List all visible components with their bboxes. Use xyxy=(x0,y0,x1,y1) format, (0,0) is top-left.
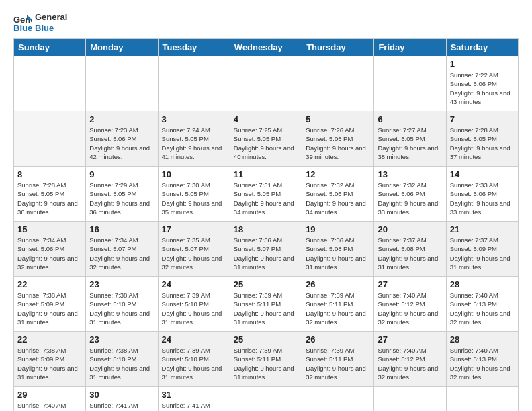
logo-icon: General Blue xyxy=(13,13,32,32)
day-info: Sunrise: 7:24 AMSunset: 5:05 PMDaylight:… xyxy=(162,126,222,161)
day-number: 27 xyxy=(378,279,442,289)
calendar-day-1: 1Sunrise: 7:22 AMSunset: 5:06 PMDaylight… xyxy=(446,56,518,111)
empty-cell xyxy=(446,387,518,411)
day-number: 6 xyxy=(378,114,442,124)
day-number: 21 xyxy=(450,224,515,234)
day-number: 25 xyxy=(234,279,298,289)
calendar-day-26: 26Sunrise: 7:39 AMSunset: 5:11 PMDayligh… xyxy=(302,277,374,332)
day-number: 19 xyxy=(306,224,370,234)
calendar-day-29: 29Sunrise: 7:40 AMSunset: 5:13 PMDayligh… xyxy=(14,387,86,411)
weekday-header-monday: Monday xyxy=(86,39,158,56)
day-info: Sunrise: 7:41 AMSunset: 5:14 PMDaylight:… xyxy=(89,402,150,411)
day-number: 23 xyxy=(89,334,154,345)
calendar-day-31: 31Sunrise: 7:41 AMSunset: 5:15 PMDayligh… xyxy=(158,387,230,411)
day-number: 20 xyxy=(378,224,442,234)
day-number: 31 xyxy=(162,390,226,400)
day-info: Sunrise: 7:30 AMSunset: 5:05 PMDaylight:… xyxy=(162,181,222,216)
weekday-header-thursday: Thursday xyxy=(302,39,374,56)
day-number: 1 xyxy=(450,59,515,69)
calendar-day-15: 15Sunrise: 7:34 AMSunset: 5:06 PMDayligh… xyxy=(14,222,86,277)
header: General Blue General Blue xyxy=(13,12,519,33)
calendar-day-14: 14Sunrise: 7:33 AMSunset: 5:06 PMDayligh… xyxy=(446,167,518,222)
day-info: Sunrise: 7:37 AMSunset: 5:08 PMDaylight:… xyxy=(378,236,438,271)
calendar-day-30: 30Sunrise: 7:41 AMSunset: 5:14 PMDayligh… xyxy=(86,387,158,411)
logo-text-general: General xyxy=(35,12,67,23)
calendar-day-28: 28Sunrise: 7:40 AMSunset: 5:13 PMDayligh… xyxy=(446,277,518,332)
calendar-day-23: 23Sunrise: 7:38 AMSunset: 5:10 PMDayligh… xyxy=(86,332,158,387)
calendar-day-24: 24Sunrise: 7:39 AMSunset: 5:10 PMDayligh… xyxy=(158,277,230,332)
empty-cell xyxy=(374,56,446,111)
day-info: Sunrise: 7:38 AMSunset: 5:09 PMDaylight:… xyxy=(17,291,78,326)
day-info: Sunrise: 7:32 AMSunset: 5:06 PMDaylight:… xyxy=(378,181,438,216)
day-info: Sunrise: 7:28 AMSunset: 5:05 PMDaylight:… xyxy=(450,126,511,161)
day-number: 14 xyxy=(450,169,515,179)
day-number: 4 xyxy=(234,114,298,124)
day-number: 15 xyxy=(17,224,82,234)
empty-cell xyxy=(86,56,158,111)
calendar-day-9: 9Sunrise: 7:29 AMSunset: 5:05 PMDaylight… xyxy=(86,167,158,222)
day-number: 10 xyxy=(162,169,226,179)
calendar-day-6: 6Sunrise: 7:27 AMSunset: 5:05 PMDaylight… xyxy=(374,111,446,167)
calendar-week-3: 15Sunrise: 7:34 AMSunset: 5:06 PMDayligh… xyxy=(14,222,519,277)
day-number: 17 xyxy=(162,224,226,234)
logo-text-blue: Blue xyxy=(35,23,67,34)
calendar-day-16: 16Sunrise: 7:34 AMSunset: 5:07 PMDayligh… xyxy=(86,222,158,277)
day-number: 22 xyxy=(17,279,82,289)
calendar-page: General Blue General Blue SundayMondayTu… xyxy=(0,0,532,411)
calendar-day-25: 25Sunrise: 7:39 AMSunset: 5:11 PMDayligh… xyxy=(230,277,302,332)
day-info: Sunrise: 7:23 AMSunset: 5:06 PMDaylight:… xyxy=(89,126,150,161)
empty-cell xyxy=(14,56,86,111)
day-number: 5 xyxy=(306,114,370,124)
day-info: Sunrise: 7:34 AMSunset: 5:07 PMDaylight:… xyxy=(89,236,150,271)
calendar-week-1: 2Sunrise: 7:23 AMSunset: 5:06 PMDaylight… xyxy=(14,111,519,167)
day-info: Sunrise: 7:40 AMSunset: 5:13 PMDaylight:… xyxy=(17,402,78,411)
day-number: 25 xyxy=(234,334,298,345)
calendar-day-13: 13Sunrise: 7:32 AMSunset: 5:06 PMDayligh… xyxy=(374,167,446,222)
day-number: 24 xyxy=(162,334,226,345)
day-info: Sunrise: 7:22 AMSunset: 5:06 PMDaylight:… xyxy=(450,71,511,105)
calendar-day-27: 27Sunrise: 7:40 AMSunset: 5:12 PMDayligh… xyxy=(374,277,446,332)
calendar-day-4: 4Sunrise: 7:25 AMSunset: 5:05 PMDaylight… xyxy=(230,111,302,167)
day-info: Sunrise: 7:39 AMSunset: 5:11 PMDaylight:… xyxy=(234,291,294,326)
empty-cell xyxy=(230,387,302,411)
calendar-day-23: 23Sunrise: 7:38 AMSunset: 5:10 PMDayligh… xyxy=(86,277,158,332)
weekday-header-friday: Friday xyxy=(374,39,446,56)
day-info: Sunrise: 7:41 AMSunset: 5:15 PMDaylight:… xyxy=(162,402,222,411)
empty-cell xyxy=(302,387,374,411)
day-number: 26 xyxy=(306,279,370,289)
empty-cell xyxy=(302,56,374,111)
day-info: Sunrise: 7:40 AMSunset: 5:12 PMDaylight:… xyxy=(378,291,438,326)
calendar-day-20: 20Sunrise: 7:37 AMSunset: 5:08 PMDayligh… xyxy=(374,222,446,277)
calendar-day-17: 17Sunrise: 7:35 AMSunset: 5:07 PMDayligh… xyxy=(158,222,230,277)
day-info: Sunrise: 7:27 AMSunset: 5:05 PMDaylight:… xyxy=(378,126,438,161)
svg-text:Blue: Blue xyxy=(13,23,32,32)
calendar-day-8: 8Sunrise: 7:28 AMSunset: 5:05 PMDaylight… xyxy=(14,167,86,222)
day-info: Sunrise: 7:26 AMSunset: 5:05 PMDaylight:… xyxy=(306,126,366,161)
calendar-week-5: 22Sunrise: 7:38 AMSunset: 5:09 PMDayligh… xyxy=(14,332,519,387)
calendar-body: 1Sunrise: 7:22 AMSunset: 5:06 PMDaylight… xyxy=(14,56,519,411)
empty-cell xyxy=(158,56,230,111)
day-number: 9 xyxy=(89,169,154,179)
day-number: 28 xyxy=(450,279,515,289)
day-number: 8 xyxy=(17,169,82,179)
day-number: 22 xyxy=(17,334,82,345)
empty-cell xyxy=(374,387,446,411)
weekday-header-wednesday: Wednesday xyxy=(230,39,302,56)
day-info: Sunrise: 7:39 AMSunset: 5:11 PMDaylight:… xyxy=(306,291,366,326)
day-info: Sunrise: 7:34 AMSunset: 5:06 PMDaylight:… xyxy=(17,236,78,271)
day-info: Sunrise: 7:33 AMSunset: 5:06 PMDaylight:… xyxy=(450,181,511,216)
calendar-week-6: 29Sunrise: 7:40 AMSunset: 5:13 PMDayligh… xyxy=(14,387,519,411)
weekday-header-sunday: Sunday xyxy=(14,39,86,56)
logo: General Blue General Blue xyxy=(13,12,67,33)
calendar-week-2: 8Sunrise: 7:28 AMSunset: 5:05 PMDaylight… xyxy=(14,167,519,222)
calendar-day-24: 24Sunrise: 7:39 AMSunset: 5:10 PMDayligh… xyxy=(158,332,230,387)
day-info: Sunrise: 7:25 AMSunset: 5:05 PMDaylight:… xyxy=(234,126,294,161)
calendar-day-7: 7Sunrise: 7:28 AMSunset: 5:05 PMDaylight… xyxy=(446,111,518,167)
calendar-header: SundayMondayTuesdayWednesdayThursdayFrid… xyxy=(14,39,519,56)
calendar-day-2: 2Sunrise: 7:23 AMSunset: 5:06 PMDaylight… xyxy=(86,111,158,167)
day-number: 11 xyxy=(234,169,298,179)
day-number: 13 xyxy=(378,169,442,179)
empty-cell xyxy=(14,111,86,167)
day-info: Sunrise: 7:38 AMSunset: 5:09 PMDaylight:… xyxy=(17,347,78,381)
day-number: 18 xyxy=(234,224,298,234)
